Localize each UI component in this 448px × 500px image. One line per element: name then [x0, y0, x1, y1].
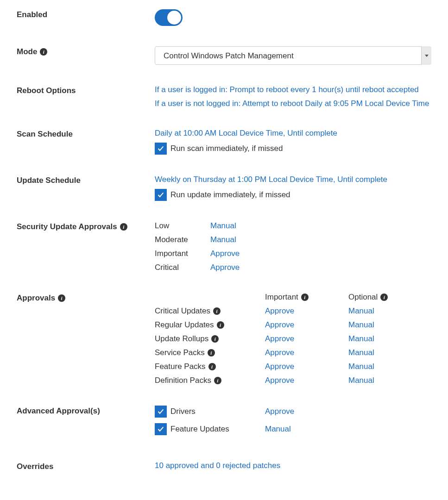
reboot-not-logged-in-link[interactable]: If a user is not logged in: Attempt to r…	[155, 99, 431, 108]
adv-approval-checkbox-feature-updates[interactable]	[155, 423, 167, 435]
approvals-header-important: Important	[265, 293, 298, 302]
security-approvals-grid: Low Manual Moderate Manual Important App…	[155, 221, 431, 272]
approval-row-name: Feature Packs	[155, 362, 206, 371]
update-schedule-link[interactable]: Weekly on Thursday at 1:00 PM Local Devi…	[155, 175, 431, 184]
approvals-label: Approvals	[17, 294, 55, 303]
approval-important-link[interactable]: Approve	[265, 306, 348, 316]
overrides-label: Overrides	[17, 462, 53, 471]
info-icon[interactable]: i	[214, 377, 221, 384]
approval-optional-link[interactable]: Manual	[348, 362, 413, 371]
approval-important-link[interactable]: Approve	[265, 334, 348, 344]
approval-important-link[interactable]: Approve	[265, 348, 348, 357]
scan-run-if-missed-label: Run scan immediately, if missed	[170, 144, 283, 153]
approval-row-name: Regular Updates	[155, 320, 214, 330]
approval-row-name: Critical Updates	[155, 306, 210, 316]
approval-row-name: Definition Packs	[155, 376, 211, 385]
sec-level: Moderate	[155, 235, 210, 244]
sec-action-link[interactable]: Manual	[210, 221, 431, 231]
sec-action-link[interactable]: Approve	[210, 249, 431, 258]
sec-level: Important	[155, 249, 210, 258]
enabled-label: Enabled	[17, 10, 47, 19]
sec-action-link[interactable]: Manual	[210, 235, 431, 244]
scan-schedule-link[interactable]: Daily at 10:00 AM Local Device Time, Unt…	[155, 129, 431, 138]
info-icon[interactable]: i	[213, 307, 221, 315]
info-icon[interactable]: i	[120, 223, 127, 231]
approval-important-link[interactable]: Approve	[265, 376, 348, 385]
approval-optional-link[interactable]: Manual	[348, 376, 413, 385]
sec-action-link[interactable]: Approve	[210, 263, 431, 272]
approval-important-link[interactable]: Approve	[265, 362, 348, 371]
adv-approval-action-link[interactable]: Approve	[265, 407, 348, 416]
info-icon[interactable]: i	[301, 294, 309, 301]
approval-row-name: Service Packs	[155, 348, 205, 357]
reboot-options-label: Reboot Options	[17, 86, 76, 95]
info-icon[interactable]: i	[40, 48, 47, 56]
scan-schedule-label: Scan Schedule	[17, 130, 73, 139]
sec-level: Low	[155, 221, 210, 231]
info-icon[interactable]: i	[208, 363, 216, 370]
info-icon[interactable]: i	[208, 349, 215, 356]
overrides-summary-link[interactable]: 10 approved and 0 rejected patches	[155, 461, 431, 470]
info-icon[interactable]: i	[380, 294, 388, 301]
security-approvals-label: Security Update Approvals	[17, 222, 117, 231]
approval-important-link[interactable]: Approve	[265, 320, 348, 330]
update-schedule-label: Update Schedule	[17, 176, 81, 185]
adv-approval-name: Drivers	[170, 407, 196, 416]
update-run-if-missed-checkbox[interactable]	[155, 189, 167, 201]
approvals-grid: Importanti Optionali Critical Updatesi A…	[155, 293, 431, 385]
info-icon[interactable]: i	[211, 335, 219, 343]
info-icon[interactable]: i	[58, 294, 65, 302]
approval-optional-link[interactable]: Manual	[348, 334, 413, 344]
info-icon[interactable]: i	[217, 321, 224, 329]
approval-optional-link[interactable]: Manual	[348, 306, 413, 316]
advanced-approvals-label: Advanced Approval(s)	[17, 406, 100, 416]
approvals-header-optional: Optional	[348, 293, 378, 302]
sec-level: Critical	[155, 263, 210, 272]
approval-optional-link[interactable]: Manual	[348, 320, 413, 330]
adv-approval-name: Feature Updates	[170, 425, 229, 434]
reboot-logged-in-link[interactable]: If a user is logged in: Prompt to reboot…	[155, 85, 431, 94]
approval-optional-link[interactable]: Manual	[348, 348, 413, 357]
adv-approval-checkbox-drivers[interactable]	[155, 406, 167, 418]
adv-approval-action-link[interactable]: Manual	[265, 425, 348, 434]
enabled-toggle[interactable]	[155, 9, 183, 26]
mode-label: Mode	[17, 47, 37, 56]
approval-row-name: Update Rollups	[155, 334, 208, 344]
mode-select[interactable]: Control Windows Patch Management	[155, 46, 431, 65]
scan-run-if-missed-checkbox[interactable]	[155, 143, 167, 155]
update-run-if-missed-label: Run update immediately, if missed	[170, 190, 290, 200]
